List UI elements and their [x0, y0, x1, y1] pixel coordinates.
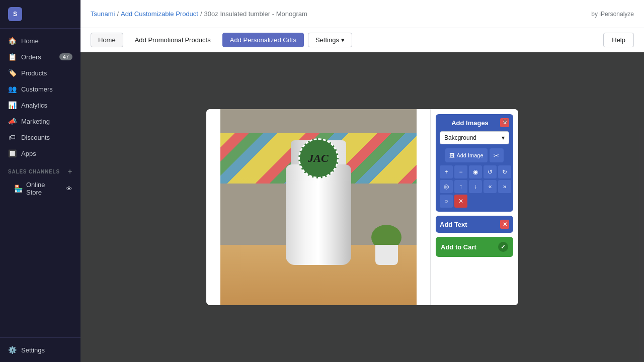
breadcrumb-home[interactable]: Tsunami [91, 10, 115, 18]
sidebar-item-online-store[interactable]: 🏪 Online Store 👁 [0, 177, 80, 200]
settings-dropdown-btn[interactable]: Settings ▾ [308, 33, 352, 47]
customers-icon: 👥 [8, 85, 16, 93]
add-text-close-icon: ✕ [500, 220, 509, 229]
eye-icon: 👁 [66, 185, 72, 193]
sidebar: S 🏠 Home 📋 Orders 47 🏷️ Products 👥 Custo… [0, 0, 80, 362]
discounts-icon: 🏷 [8, 133, 16, 141]
analytics-icon: 📊 [8, 101, 16, 109]
sidebar-item-discounts[interactable]: 🏷 Discounts [0, 129, 80, 145]
topbar: Tsunami / Add Customizable Product / 30o… [80, 0, 644, 28]
scissors-icon: ✂ [494, 152, 499, 159]
sidebar-item-label: Marketing [21, 118, 50, 125]
online-store-label: Online Store [26, 181, 61, 196]
zoom-in-btn[interactable]: + [440, 165, 453, 178]
sidebar-item-label: Customers [21, 85, 53, 93]
circle-btn-3[interactable]: ○ [440, 195, 453, 208]
orders-badge: 47 [59, 53, 72, 60]
monogram-circle: JAC [298, 138, 339, 178]
store-icon: S [8, 7, 22, 21]
add-images-title: Add Images [440, 119, 500, 127]
sidebar-item-marketing[interactable]: 📣 Marketing [0, 113, 80, 129]
rotate-right-btn[interactable]: ↻ [498, 165, 511, 178]
add-text-button[interactable]: Add Text ✕ [436, 216, 513, 233]
tab-home[interactable]: Home [91, 33, 123, 47]
products-icon: 🏷️ [8, 69, 16, 77]
sales-channels-section: SALES CHANNELS + [0, 161, 80, 177]
modal-close-button[interactable]: × [498, 114, 512, 128]
sidebar-navigation: 🏠 Home 📋 Orders 47 🏷️ Products 👥 Custome… [0, 29, 80, 337]
orders-icon: 📋 [8, 53, 16, 61]
sidebar-item-apps[interactable]: 🔲 Apps [0, 145, 80, 161]
sidebar-item-label: Home [21, 37, 39, 45]
modal-overlay: × JAC [80, 52, 644, 362]
layer-dropdown[interactable]: Bakcground ▾ [440, 131, 509, 144]
chevron-down-icon: ▾ [341, 36, 345, 44]
add-images-section: Add Images ✕ Bakcground ▾ � [436, 114, 513, 212]
monogram-text: JAC [308, 152, 328, 165]
checkmark-icon: ✓ [498, 242, 508, 252]
sidebar-item-products[interactable]: 🏷️ Products [0, 65, 80, 81]
breadcrumb-current: 30oz Insulated tumbler - Monogram [204, 10, 307, 18]
tumbler-body [286, 164, 351, 265]
rotate-left-btn[interactable]: ↺ [484, 165, 497, 178]
sidebar-logo: S [0, 0, 80, 29]
by-label: by iPersonalyze [591, 11, 634, 18]
image-tools-row: 🖼 Add Image ✂ [440, 148, 509, 162]
transform-tools-grid: + − ◉ ↺ ↻ ◎ ↑ ↓ « » ○ ✕ [440, 165, 509, 208]
sidebar-item-label: Discounts [21, 134, 50, 141]
sidebar-item-settings[interactable]: ⚙️ Settings [0, 342, 80, 358]
settings-btn-label: Settings [315, 36, 339, 44]
sidebar-item-label: Apps [21, 150, 36, 157]
settings-icon: ⚙️ [8, 346, 16, 354]
image-icon: 🖼 [449, 152, 455, 158]
add-sales-channel-icon[interactable]: + [68, 167, 72, 175]
page-background: × JAC [80, 52, 644, 362]
dropdown-value: Bakcground [444, 134, 476, 141]
tab-promotional[interactable]: Add Promotional Products [127, 33, 218, 47]
prev-btn[interactable]: « [484, 180, 497, 193]
product-preview: JAC [206, 109, 430, 305]
circle-btn-2[interactable]: ◎ [440, 180, 453, 193]
sidebar-item-label: Orders [21, 53, 41, 61]
settings-label: Settings [21, 346, 45, 354]
marketing-icon: 📣 [8, 117, 16, 125]
secondary-nav: Home Add Promotional Products Add Person… [80, 28, 644, 52]
online-store-icon: 🏪 [14, 185, 22, 193]
sidebar-item-home[interactable]: 🏠 Home [0, 33, 80, 49]
help-button[interactable]: Help [603, 33, 634, 47]
add-image-button[interactable]: 🖼 Add Image [445, 148, 487, 162]
tumbler-image: JAC [220, 109, 417, 305]
zoom-out-btn[interactable]: − [454, 165, 467, 178]
sidebar-item-analytics[interactable]: 📊 Analytics [0, 97, 80, 113]
circle-btn-1[interactable]: ◉ [469, 165, 482, 178]
apps-icon: 🔲 [8, 149, 16, 157]
add-to-cart-button[interactable]: Add to Cart ✓ [436, 237, 513, 257]
sidebar-bottom: ⚙️ Settings [0, 337, 80, 362]
add-to-cart-label: Add to Cart [441, 243, 476, 251]
add-image-label: Add Image [456, 152, 483, 158]
delete-btn[interactable]: ✕ [454, 195, 467, 208]
tab-personalized[interactable]: Add Personalized Gifts [222, 33, 304, 47]
tools-panel: Add Images ✕ Bakcground ▾ � [430, 109, 518, 305]
sidebar-item-orders[interactable]: 📋 Orders 47 [0, 49, 80, 65]
breadcrumb-step1[interactable]: Add Customizable Product [121, 10, 198, 18]
next-btn[interactable]: » [498, 180, 511, 193]
move-down-btn[interactable]: ↓ [469, 180, 482, 193]
main-content: Tsunami / Add Customizable Product / 30o… [80, 0, 644, 362]
breadcrumb: Tsunami / Add Customizable Product / 30o… [91, 10, 585, 18]
topbar-right: by iPersonalyze [591, 11, 634, 18]
crop-button[interactable]: ✂ [490, 148, 504, 162]
sidebar-item-label: Analytics [21, 102, 47, 109]
plant-pot [375, 245, 398, 265]
sidebar-item-label: Products [21, 69, 47, 77]
plant-decoration [371, 225, 401, 265]
home-icon: 🏠 [8, 37, 16, 45]
modal-body: JAC [206, 109, 518, 305]
add-text-label: Add Text [440, 221, 467, 228]
chevron-down-icon: ▾ [502, 134, 505, 141]
move-up-btn[interactable]: ↑ [454, 180, 467, 193]
customization-modal: × JAC [206, 109, 518, 305]
sidebar-item-customers[interactable]: 👥 Customers [0, 81, 80, 97]
